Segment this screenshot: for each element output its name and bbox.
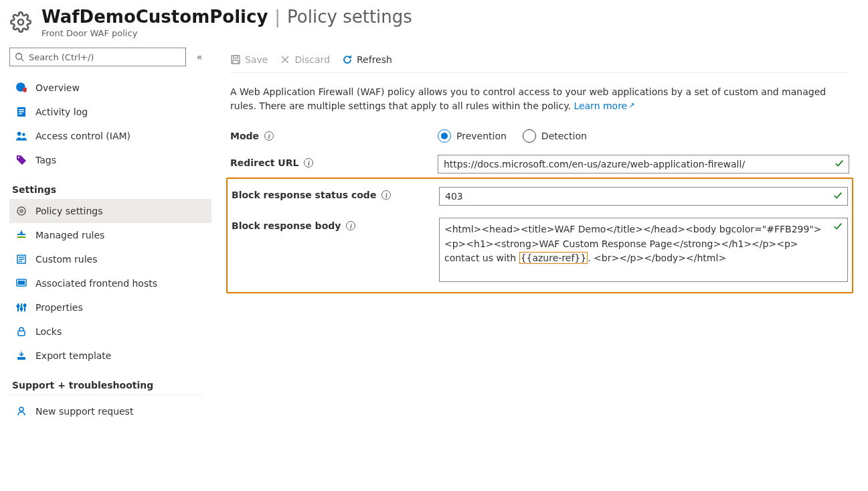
resource-type: Front Door WAF policy — [41, 28, 412, 38]
info-icon[interactable]: i — [304, 158, 313, 167]
redirect-url-row: Redirect URL i — [230, 155, 849, 173]
info-icon[interactable]: i — [264, 131, 274, 141]
svg-rect-28 — [17, 357, 25, 360]
response-body-label: Block response body — [232, 220, 341, 231]
search-input[interactable] — [9, 48, 186, 66]
external-link-icon: ↗ — [628, 101, 634, 110]
nav-support-request[interactable]: New support request — [9, 399, 211, 423]
info-icon[interactable]: i — [346, 221, 355, 230]
status-code-row: Block response status code i — [232, 187, 848, 206]
svg-point-10 — [18, 157, 19, 158]
svg-point-24 — [17, 305, 19, 307]
nav-label: Associated frontend hosts — [35, 278, 157, 289]
redirect-url-input[interactable] — [438, 155, 849, 173]
nav-properties[interactable]: Properties — [9, 295, 211, 320]
managed-rules-icon — [15, 229, 27, 241]
nav-label: Access control (IAM) — [35, 131, 131, 141]
svg-point-12 — [17, 207, 25, 215]
svg-rect-6 — [19, 111, 24, 113]
custom-rules-icon — [15, 253, 27, 265]
nav-label: Tags — [35, 155, 56, 165]
svg-rect-7 — [19, 113, 22, 115]
svg-point-29 — [19, 407, 23, 411]
sliders-icon — [15, 301, 27, 313]
nav-tags[interactable]: Tags — [9, 148, 211, 172]
tag-icon — [15, 154, 27, 166]
nav-policy-settings[interactable]: Policy settings — [9, 199, 211, 223]
gear-icon — [15, 205, 27, 217]
lock-icon — [15, 326, 27, 338]
nav-access-control[interactable]: Access control (IAM) — [9, 124, 211, 148]
svg-point-1 — [16, 54, 22, 60]
discard-button[interactable]: Discard — [280, 54, 330, 65]
svg-rect-20 — [18, 281, 25, 285]
sidebar-nav-general: Overview Activity log Access control (IA… — [9, 76, 211, 172]
nav-managed-rules[interactable]: Managed rules — [9, 223, 211, 247]
nav-locks[interactable]: Locks — [9, 320, 211, 344]
button-label: Discard — [294, 54, 330, 65]
mode-detection-radio[interactable]: Detection — [523, 129, 587, 143]
nav-activity-log[interactable]: Activity log — [9, 100, 211, 124]
title-separator: | — [274, 7, 280, 27]
mode-label: Mode — [230, 131, 259, 141]
log-icon — [15, 106, 27, 118]
export-icon — [15, 350, 27, 362]
intro-text: A Web Application Firewall (WAF) policy … — [230, 86, 826, 111]
highlighted-section: Block response status code i — [226, 178, 853, 293]
nav-overview[interactable]: Overview — [9, 76, 211, 100]
main-content: Save Discard Refresh A Web Application F… — [211, 41, 868, 311]
refresh-icon — [342, 54, 353, 65]
sidebar-nav-settings: Policy settings Managed rules Custom rul… — [9, 199, 211, 368]
support-icon — [15, 405, 27, 417]
radio-icon — [438, 129, 451, 143]
close-icon — [280, 54, 290, 65]
sidebar: « Overview Activity log Access control (… — [0, 41, 211, 437]
radio-label: Detection — [541, 131, 587, 141]
svg-rect-32 — [233, 60, 238, 64]
mode-prevention-radio[interactable]: Prevention — [438, 129, 507, 143]
radio-icon — [523, 129, 536, 143]
redirect-url-label: Redirect URL — [230, 157, 298, 168]
page-header: WafDemoCustomPolicy | Policy settings Fr… — [0, 0, 868, 41]
nav-label: Managed rules — [35, 230, 104, 240]
nav-custom-rules[interactable]: Custom rules — [9, 247, 211, 271]
learn-more-link[interactable]: Learn more↗ — [574, 100, 634, 111]
svg-point-26 — [24, 305, 26, 307]
nav-label: Overview — [35, 82, 80, 93]
status-code-label: Block response status code — [232, 190, 376, 200]
nav-label: New support request — [35, 406, 133, 417]
svg-rect-5 — [19, 109, 24, 111]
nav-associated-hosts[interactable]: Associated frontend hosts — [9, 271, 211, 295]
sidebar-collapse-button[interactable]: « — [193, 52, 206, 62]
nav-label: Activity log — [35, 107, 88, 117]
svg-point-8 — [17, 132, 21, 136]
divider — [9, 395, 202, 395]
status-code-input[interactable] — [439, 187, 848, 206]
hosts-icon — [15, 277, 27, 289]
svg-point-0 — [18, 19, 23, 25]
nav-label: Locks — [35, 326, 62, 337]
save-button[interactable]: Save — [230, 54, 268, 65]
svg-point-11 — [20, 210, 23, 212]
nav-label: Export template — [35, 350, 111, 361]
button-label: Save — [245, 54, 268, 65]
people-icon — [15, 130, 27, 142]
svg-point-25 — [21, 308, 23, 310]
valid-check-icon — [833, 222, 843, 231]
response-body-textarea[interactable] — [439, 218, 848, 282]
nav-label: Policy settings — [35, 206, 103, 216]
resource-name: WafDemoCustomPolicy — [41, 7, 268, 27]
settings-form: Mode i Prevention Detection — [230, 128, 849, 293]
nav-label: Custom rules — [35, 254, 98, 265]
nav-export-template[interactable]: Export template — [9, 344, 211, 368]
refresh-button[interactable]: Refresh — [342, 54, 392, 65]
sidebar-nav-support: New support request — [9, 399, 211, 423]
page-title: Policy settings — [287, 7, 412, 27]
nav-group-support: Support + troubleshooting — [12, 380, 211, 391]
valid-check-icon — [833, 191, 843, 200]
svg-rect-31 — [234, 56, 238, 58]
info-icon[interactable]: i — [381, 190, 391, 200]
globe-shield-icon — [15, 82, 27, 94]
svg-point-9 — [22, 133, 25, 137]
radio-label: Prevention — [456, 131, 507, 141]
